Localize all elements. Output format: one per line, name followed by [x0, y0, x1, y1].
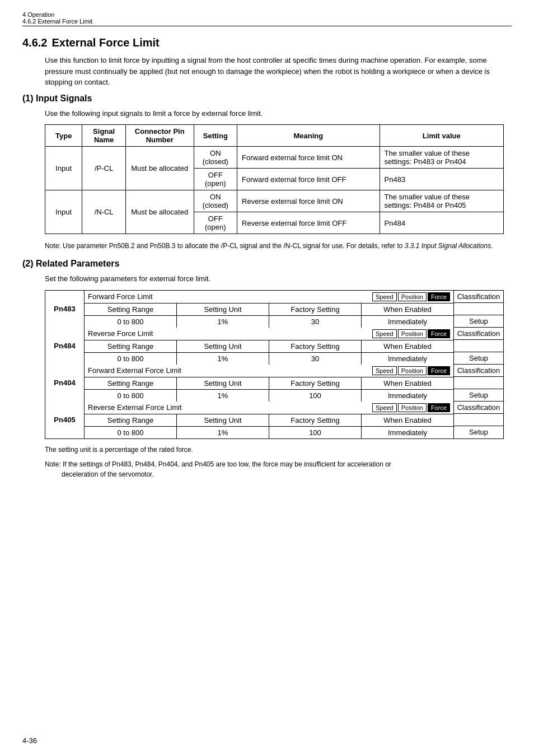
pn484-badge-speed: Speed: [372, 329, 397, 338]
pn404-col-unit: Setting Unit: [177, 377, 269, 389]
pn484-class-setup: Setup: [454, 352, 503, 364]
pn484-col-range: Setting Range: [85, 340, 177, 352]
col-signal: Signal Name: [82, 125, 125, 147]
col-connector: Connector Pin Number: [125, 125, 194, 147]
pn405-badge-speed: Speed: [372, 403, 397, 412]
pn405-header-row: Reverse External Force Limit Speed Posit…: [85, 402, 453, 414]
input-signals-intro: Use the following input signals to limit…: [45, 108, 512, 119]
header-line2: 4.6.2 External Force Limit: [22, 18, 512, 25]
pn404-name: Forward External Force Limit: [88, 366, 372, 375]
pn483-val-factory: 30: [269, 316, 362, 328]
setting-ncl-on: ON (closed): [194, 190, 237, 212]
pn483-class-setup: Setup: [454, 315, 503, 327]
pn483-data-row: 0 to 800 1% 30 Immediately: [85, 316, 453, 328]
pn483-class-empty: [454, 303, 503, 315]
setting-off-open: OFF (open): [194, 169, 237, 190]
pn483-val-range: 0 to 800: [85, 316, 177, 328]
pn404-content: Forward External Force Limit Speed Posit…: [84, 365, 453, 402]
pn405-col-when: When Enabled: [362, 414, 453, 426]
pn483-col-headers: Setting Range Setting Unit Factory Setti…: [85, 304, 453, 316]
pn405-data-row: 0 to 800 1% 100 Immediately: [85, 427, 453, 438]
pn483-col-setting-unit: Setting Unit: [177, 304, 269, 315]
pn484-col-when: When Enabled: [362, 340, 453, 352]
meaning-pcl-on: Forward external force limit ON: [237, 147, 380, 169]
connector-ncl: Must be allocated: [125, 190, 194, 234]
pn405-class-empty: [454, 414, 503, 426]
pn483-class-label: Classification: [454, 291, 503, 303]
pn404-val-unit: 1%: [177, 390, 269, 402]
pn484-badges: Speed Position Force: [372, 329, 450, 338]
limit-ncl-off: Pn484: [380, 212, 503, 234]
pn404-val-range: 0 to 800: [85, 390, 177, 402]
connector-pcl: Must be allocated: [125, 147, 194, 190]
pn483-val-when: Immediately: [362, 316, 453, 328]
signals-note: Note: Use parameter Pn50B.2 and Pn50B.3 …: [45, 241, 512, 251]
related-params-intro: Set the following parameters for externa…: [45, 273, 512, 284]
pn483-header-row: Forward Force Limit Speed Position Force: [85, 291, 453, 304]
pn483-classification: Classification Setup: [453, 290, 504, 328]
pn484-header-row: Reverse Force Limit Speed Position Force: [85, 328, 453, 340]
signals-note-ref: 3.3.1 Input Signal Allocations: [405, 242, 491, 250]
table-row: Input /N-CL Must be allocated ON (closed…: [45, 190, 504, 212]
pn484-badge-position: Position: [398, 329, 427, 338]
page-number: 4-36: [22, 736, 37, 745]
limit-pcl-off: Pn483: [380, 169, 503, 190]
pn404-class-empty: [454, 377, 503, 389]
pn405-col-range: Setting Range: [85, 414, 177, 426]
pn405-val-factory: 100: [269, 427, 362, 438]
limit-pcl-on: The smaller value of these settings: Pn4…: [380, 147, 503, 169]
pn404-val-when: Immediately: [362, 390, 453, 402]
table-row: Input /P-CL Must be allocated ON (closed…: [45, 147, 504, 169]
pn484-val-factory: 30: [269, 353, 362, 365]
pn405-badges: Speed Position Force: [372, 403, 450, 412]
pn404-badge-force: Force: [428, 366, 450, 375]
pn484-data-row: 0 to 800 1% 30 Immediately: [85, 353, 453, 365]
pn405-col-unit: Setting Unit: [177, 414, 269, 426]
pn404-header-row: Forward External Force Limit Speed Posit…: [85, 365, 453, 377]
signals-note-text: Note: Use parameter Pn50B.2 and Pn50B.3 …: [45, 242, 402, 250]
pn404-badge-speed: Speed: [372, 366, 397, 375]
pn404-block: Pn404 Forward External Force Limit Speed…: [45, 365, 504, 402]
pn405-classification: Classification Setup: [453, 402, 504, 439]
pn405-val-unit: 1%: [177, 427, 269, 438]
col-limit: Limit value: [380, 125, 503, 147]
signal-ncl: /N-CL: [82, 190, 125, 234]
footer-note1-text: The setting unit is a percentage of the …: [45, 445, 512, 455]
pn484-name: Reverse Force Limit: [88, 329, 372, 338]
col-meaning: Meaning: [237, 125, 380, 147]
footer-note1: The setting unit is a percentage of the …: [45, 445, 512, 479]
limit-ncl-on: The smaller value of these settings: Pn4…: [380, 190, 503, 212]
pn483-val-unit: 1%: [177, 316, 269, 328]
params-section: Pn483 Forward Force Limit Speed Position…: [45, 290, 512, 439]
pn404-col-when: When Enabled: [362, 377, 453, 389]
pn404-class-setup: Setup: [454, 389, 503, 401]
pn484-val-range: 0 to 800: [85, 353, 177, 365]
pn483-badge-force: Force: [428, 292, 450, 301]
pn404-badges: Speed Position Force: [372, 366, 450, 375]
page-header: 4 Operation 4.6.2 External Force Limit: [22, 11, 512, 26]
pn404-class-label: Classification: [454, 365, 503, 377]
pn405-class-setup: Setup: [454, 426, 503, 438]
setting-on-closed: ON (closed): [194, 147, 237, 169]
meaning-pcl-off: Forward external force limit OFF: [237, 169, 380, 190]
section-intro: Use this function to limit force by inpu…: [45, 55, 512, 88]
col-type: Type: [45, 125, 82, 147]
pn405-col-factory: Factory Setting: [269, 414, 362, 426]
pn484-id: Pn484: [45, 328, 84, 365]
signals-note-period: .: [491, 242, 493, 250]
pn404-val-factory: 100: [269, 390, 362, 402]
pn484-block: Pn484 Reverse Force Limit Speed Position…: [45, 328, 504, 365]
pn483-col-when-enabled: When Enabled: [362, 304, 453, 315]
pn404-badge-position: Position: [398, 366, 427, 375]
pn404-col-factory: Factory Setting: [269, 377, 362, 389]
type-input-pcl: Input: [45, 147, 82, 190]
pn483-col-factory: Factory Setting: [269, 304, 362, 315]
pn484-class-label: Classification: [454, 328, 503, 340]
pn484-classification: Classification Setup: [453, 328, 504, 365]
pn484-badge-force: Force: [428, 329, 450, 338]
pn483-name: Forward Force Limit: [88, 292, 372, 301]
pn484-content: Reverse Force Limit Speed Position Force…: [84, 328, 453, 365]
pn405-id: Pn405: [45, 402, 84, 439]
section-number: 4.6.2: [22, 36, 47, 49]
pn484-col-headers: Setting Range Setting Unit Factory Setti…: [85, 340, 453, 353]
